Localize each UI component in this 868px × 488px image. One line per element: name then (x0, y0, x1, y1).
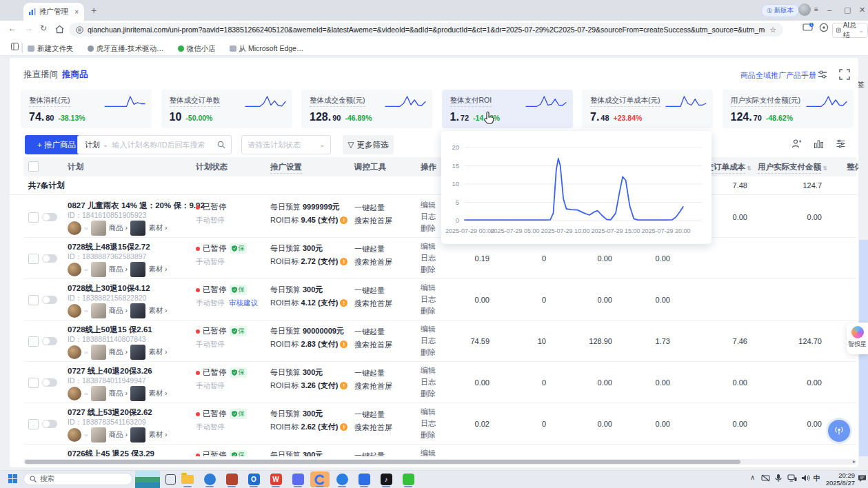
tool-link[interactable]: 一键起量 (354, 285, 385, 296)
column-settings-icon[interactable] (836, 139, 846, 149)
material-link[interactable]: 素材 › (148, 265, 167, 274)
action-link[interactable]: 编辑 (421, 200, 436, 210)
site-settings-icon[interactable] (76, 26, 83, 34)
row-checkbox[interactable] (28, 336, 39, 347)
action-link[interactable]: 日志 (421, 253, 436, 263)
adjust-settings-icon[interactable] (817, 69, 828, 80)
plan-search-group[interactable]: 计划⌄ 输入计划名称/ID后回车搜索 (77, 135, 232, 154)
scrollbar-thumb[interactable] (25, 460, 740, 464)
product-link[interactable]: 商品 › (109, 389, 128, 398)
bookmark-item[interactable]: 新建文件夹 (28, 44, 74, 54)
chart-columns-icon[interactable] (814, 139, 824, 149)
forward-icon[interactable]: → (25, 23, 33, 33)
task-view-icon[interactable] (165, 474, 176, 485)
tool-link[interactable]: 搜索抢首屏 (354, 257, 392, 267)
action-link[interactable]: 删除 (421, 389, 436, 399)
url-bar[interactable]: qianchuan.jinritemai.com/uni-prom?aavid=… (69, 23, 783, 37)
cast-icon[interactable]: 1 (803, 23, 814, 32)
extension-icon[interactable] (819, 23, 829, 32)
col-header-1[interactable]: 计划状态 (196, 162, 228, 172)
browser-tab[interactable]: 推广管理 × (23, 3, 84, 21)
broadcast-help-button[interactable] (826, 418, 852, 444)
taskbar-app-qianchuan-active-app[interactable] (310, 471, 330, 487)
action-link[interactable]: 日志 (421, 377, 436, 387)
taskbar-app-blue-circle-app[interactable] (332, 471, 352, 487)
action-link[interactable]: 编辑 (421, 241, 436, 252)
taskbar-app-blue-square-app[interactable] (354, 471, 374, 487)
action-link[interactable]: 日志 (421, 294, 436, 305)
tool-link[interactable]: 搜索抢首屏 (354, 216, 392, 226)
tool-link[interactable]: 一键起量 (354, 327, 385, 337)
new-version-badge[interactable]: ①新版本 (761, 4, 799, 17)
row-checkbox[interactable] (28, 212, 39, 223)
action-link[interactable]: 日志 (421, 212, 436, 222)
assistant-widget[interactable]: 智投星 (847, 323, 868, 354)
row-toggle-switch[interactable] (42, 420, 57, 428)
windows-start-button[interactable] (8, 474, 17, 483)
window-maximize-button[interactable]: ▢ (844, 6, 851, 14)
stat-card[interactable]: 整体成交订单成本(元)7.48+23.84% (582, 90, 713, 128)
product-link[interactable]: 商品 › (109, 430, 128, 440)
action-link[interactable]: 删除 (421, 223, 436, 234)
taskbar-app-edge-browser[interactable] (200, 471, 219, 487)
touchpad-off-icon[interactable] (761, 474, 770, 482)
browser-profile-avatar[interactable] (798, 3, 811, 16)
plan-title[interactable]: 0728线上30退10保4.12 (68, 283, 150, 294)
new-tab-button[interactable]: + (91, 5, 97, 16)
row-checkbox[interactable] (28, 295, 39, 305)
plan-title[interactable]: 0728线上50退15 保2.61 (68, 325, 152, 335)
row-checkbox[interactable] (28, 254, 39, 264)
row-toggle-switch[interactable] (42, 378, 57, 387)
col-header-user-paid[interactable]: 用户实际支付金额⇅ (758, 162, 827, 174)
action-link[interactable]: 编辑 (421, 283, 436, 293)
taskbar-app-tiktok[interactable]: ♪ (376, 471, 396, 487)
action-link[interactable]: 编辑 (421, 324, 436, 334)
col-header-0[interactable]: 计划 (68, 162, 83, 172)
col-header-4[interactable]: 操作 (421, 162, 436, 172)
network-display-icon[interactable] (787, 474, 797, 482)
review-suggestion-link[interactable]: 审核建议 (229, 298, 258, 308)
plan-title[interactable]: 0727 线上40退20保3.26 (68, 366, 152, 376)
stat-card[interactable]: 整体支付ROI1.72-14.43% (442, 90, 573, 128)
window-close-button[interactable]: ✕ (859, 6, 865, 14)
row-toggle-switch[interactable] (42, 296, 57, 304)
browser-menu-icon[interactable]: ≡ (814, 6, 818, 13)
horizontal-scrollbar[interactable] (23, 459, 856, 465)
taskbar-app-file-explorer[interactable] (178, 471, 197, 487)
material-link[interactable]: 素材 › (148, 389, 167, 398)
fullscreen-icon[interactable] (839, 69, 850, 80)
manual-link[interactable]: 商品全域推广产品手册 (740, 70, 816, 81)
product-link[interactable]: 商品 › (109, 223, 128, 233)
action-link[interactable]: 日志 (421, 336, 436, 346)
tool-link[interactable]: 搜索抢首屏 (354, 298, 392, 309)
export-user-icon[interactable] (791, 139, 802, 149)
ime-indicator[interactable]: 中 (814, 474, 820, 483)
weather-widget-image[interactable] (135, 470, 160, 488)
more-filters-button[interactable]: ▽ 更多筛选 (343, 135, 394, 154)
url-text[interactable]: qianchuan.jinritemai.com/uni-prom?aavid=… (88, 26, 765, 34)
tool-link[interactable]: 搜索抢首屏 (354, 423, 392, 433)
plan-title[interactable]: 0726线上45 退25 保3.29 (68, 449, 154, 456)
row-toggle-switch[interactable] (42, 337, 57, 345)
home-icon[interactable] (55, 25, 64, 34)
window-minimize-button[interactable]: – (827, 6, 831, 14)
plan-title[interactable]: 0728线上48退15保2.72 (68, 242, 150, 252)
tool-link[interactable]: 一键起量 (354, 409, 385, 420)
row-toggle-switch[interactable] (42, 213, 57, 221)
plan-search-input[interactable]: 输入计划名称/ID后回车搜索 (112, 140, 217, 150)
material-link[interactable]: 素材 › (148, 306, 167, 316)
notification-icon[interactable] (858, 474, 867, 482)
taskbar-search[interactable]: 搜索 (23, 473, 132, 485)
bookmark-item[interactable]: 微信小店 (178, 44, 216, 54)
tool-link[interactable]: 一键起量 (354, 244, 385, 254)
material-link[interactable]: 素材 › (148, 347, 167, 357)
material-link[interactable]: 素材 › (148, 223, 167, 233)
tab-live-room[interactable]: 推直播间 (23, 69, 58, 81)
action-link[interactable]: 编辑 (421, 365, 436, 376)
action-link[interactable]: 删除 (421, 265, 436, 275)
plan-title[interactable]: 0727 线上53退20保2.62 (68, 407, 152, 418)
tool-link[interactable]: 搜索抢首屏 (354, 340, 392, 350)
stat-card[interactable]: 用户实际支付金额(元)124.70-48.62% (723, 90, 854, 128)
product-link[interactable]: 商品 › (109, 347, 128, 357)
scrollbar-right-arrow-icon[interactable]: ▸ (853, 458, 856, 465)
